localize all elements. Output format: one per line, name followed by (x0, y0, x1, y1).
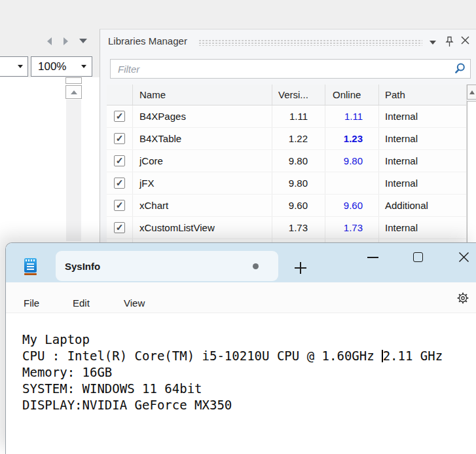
library-path: Internal (379, 150, 467, 172)
filter-field-wrap (110, 59, 471, 79)
notepad-text-area[interactable]: My Laptop CPU : Intel(R) Core(TM) i5-102… (6, 313, 476, 454)
new-tab-button[interactable] (295, 262, 306, 274)
notepad-text-line: CPU : Intel(R) Core(TM) i5-10210U CPU @ … (22, 348, 476, 364)
library-online-version: 9.60 (325, 195, 379, 216)
zoom-combobox[interactable]: 100% (31, 56, 92, 77)
library-version: 9.60 (272, 195, 325, 216)
library-name: B4XTable (133, 128, 272, 149)
library-checkbox[interactable]: ✓ (114, 133, 125, 144)
check-icon: ✓ (116, 223, 124, 232)
back-arrow-icon[interactable] (47, 37, 52, 45)
notepad-text-line: Memory: 16GB (22, 364, 476, 381)
panel-drag-hatch[interactable] (198, 39, 422, 46)
menu-item[interactable]: Edit (73, 297, 90, 309)
gear-icon[interactable] (456, 292, 469, 307)
menu-item-label: Edit (73, 297, 90, 309)
notepad-titlebar[interactable]: SysInfo (6, 243, 476, 282)
library-checkbox[interactable]: ✓ (114, 111, 125, 122)
library-online-version (325, 172, 379, 194)
menu-item[interactable]: View (124, 297, 145, 309)
library-path: Internal (379, 128, 467, 149)
row-checkbox-cell: ✓ (107, 172, 133, 194)
row-checkbox-cell: ✓ (107, 217, 133, 238)
library-online-version: 9.80 (325, 150, 379, 172)
panel-menu-icon[interactable] (430, 41, 436, 45)
check-icon: ✓ (116, 134, 124, 143)
header-version[interactable]: Versi... (272, 85, 325, 105)
panel-title: Libraries Manager (108, 35, 187, 47)
menu-item-label: View (124, 297, 145, 309)
library-checkbox[interactable]: ✓ (114, 155, 125, 166)
arrow-up-icon (71, 90, 77, 94)
dropdown-icon[interactable] (79, 39, 87, 43)
unsaved-indicator-dot (253, 263, 259, 269)
table-row[interactable]: ✓ xChart 9.60 9.60 Additional (107, 195, 466, 217)
table-scrollbar-thumb[interactable] (467, 101, 476, 246)
row-checkbox-cell: ✓ (107, 128, 133, 149)
table-row[interactable]: ✓ jCore 9.80 9.80 Internal (107, 150, 466, 172)
library-path: Internal (379, 172, 467, 194)
search-icon (453, 62, 466, 78)
forward-arrow-icon[interactable] (64, 37, 68, 45)
arrow-up-icon (469, 90, 475, 94)
scroll-up-button[interactable] (65, 85, 82, 99)
notepad-text-line: My Laptop (22, 331, 476, 348)
header-path[interactable]: Path (379, 85, 467, 105)
screenshot-root: 4) , i Mod 100% Libraries Manager (0, 0, 476, 454)
library-checkbox[interactable]: ✓ (114, 200, 125, 211)
table-scroll-up-button[interactable] (467, 85, 476, 100)
header-name[interactable]: Name (133, 85, 272, 105)
check-icon: ✓ (116, 178, 124, 187)
filter-input[interactable] (110, 59, 471, 79)
menu-item[interactable]: File (24, 297, 39, 309)
minimize-button[interactable] (367, 257, 378, 258)
check-icon: ✓ (116, 200, 124, 210)
library-name: xChart (133, 195, 272, 216)
library-checkbox[interactable]: ✓ (114, 222, 125, 233)
pin-icon[interactable] (445, 36, 454, 50)
notepad-window: SysInfo File Edit View (5, 242, 476, 454)
library-name: jFX (133, 172, 272, 194)
library-name: jCore (133, 150, 272, 172)
check-icon: ✓ (116, 156, 124, 165)
splitter-grip[interactable] (65, 77, 82, 84)
chevron-down-icon (81, 65, 86, 68)
library-path: Internal (379, 217, 467, 238)
maximize-button[interactable] (413, 252, 423, 262)
header-online[interactable]: Online (325, 85, 379, 105)
table-row[interactable]: ✓ B4XPages 1.11 1.11 Internal (107, 105, 466, 128)
library-name: xCustomListView (133, 217, 272, 238)
row-checkbox-cell: ✓ (107, 150, 133, 172)
tab-title: SysInfo (65, 261, 100, 272)
editor-scrollbar[interactable] (66, 100, 81, 241)
library-checkbox[interactable]: ✓ (114, 178, 125, 189)
notepad-icon (24, 258, 37, 275)
library-name: B4XPages (133, 105, 272, 127)
library-online-version: 1.73 (325, 217, 379, 238)
check-icon: ✓ (116, 111, 124, 121)
close-icon[interactable] (460, 35, 470, 48)
table-row[interactable]: ✓ B4XTable 1.22 1.23 Internal (107, 128, 466, 150)
menu-item-label: File (24, 297, 39, 309)
chevron-down-icon (18, 65, 23, 68)
row-checkbox-cell: ✓ (107, 195, 133, 216)
notepad-text-line: DISPLAY:NVIDIA GeForce MX350 (22, 397, 476, 413)
library-version: 9.80 (272, 172, 325, 194)
table-header-row: Name Versi... Online Path (107, 85, 466, 105)
tab-sysinfo[interactable]: SysInfo (56, 251, 278, 281)
library-version: 1.73 (272, 217, 325, 238)
table-row[interactable]: ✓ jFX 9.80 Internal (107, 172, 466, 195)
libraries-table: Name Versi... Online Path ✓ B4XPages 1.1… (107, 85, 467, 246)
library-version: 1.22 (272, 128, 325, 149)
module-combobox[interactable] (0, 56, 28, 77)
notepad-menubar: File Edit View (6, 282, 476, 313)
zoom-level-value: 100% (38, 60, 66, 73)
close-button[interactable] (458, 252, 469, 265)
library-version: 1.11 (272, 105, 325, 127)
library-table-rows: ✓ B4XPages 1.11 1.11 Internal ✓ B4XTable… (107, 105, 466, 246)
library-path: Internal (379, 105, 467, 127)
library-online-version: 1.11 (325, 105, 379, 127)
table-row[interactable]: ✓ xCustomListView 1.73 1.73 Internal (107, 217, 466, 239)
libraries-manager-panel: Libraries Manager (100, 29, 476, 246)
library-version: 9.80 (272, 150, 325, 172)
